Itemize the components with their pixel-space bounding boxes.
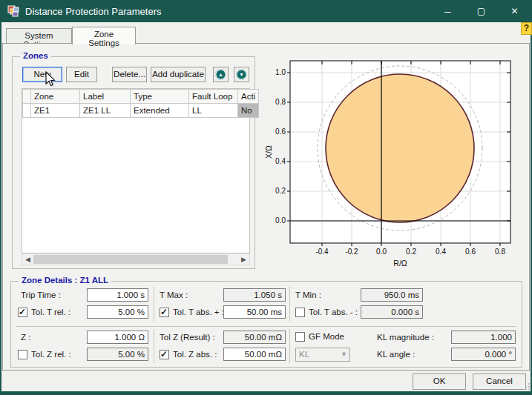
arrow-up-icon: ▲ (215, 69, 226, 80)
trip-time-input[interactable]: 1.000 s (87, 288, 148, 302)
svg-text:X/Ω: X/Ω (264, 145, 273, 159)
z-label: Z : (21, 333, 30, 342)
zones-table[interactable]: ZoneLabelTypeFault LoopActiZE1ZE1 LLExte… (22, 89, 259, 118)
tol-t-abs-plus-checkbox[interactable] (160, 308, 169, 317)
tol-t-abs-minus-field: 0.000 s (361, 305, 423, 319)
trip-time-label: Trip Time : (21, 291, 61, 299)
table-row[interactable]: ZE1ZE1 LLExtendedLLNo (23, 104, 259, 118)
tol-t-rel-checkbox[interactable] (18, 308, 27, 317)
tol-t-abs-plus-label: Tol. T abs. + : (173, 308, 224, 316)
scroll-right-icon[interactable]: ▶ (238, 254, 249, 265)
divider (154, 329, 154, 363)
scrollbar-thumb[interactable] (33, 255, 228, 264)
help-button[interactable]: ? (521, 22, 532, 35)
t-min-field: 950.0 ms (361, 288, 423, 302)
title-bar[interactable]: Distance Protection Parameters – ▢ ✕ (0, 0, 532, 22)
svg-text:0.8: 0.8 (495, 248, 505, 256)
tol-t-rel-input[interactable]: 5.00 % (87, 305, 148, 319)
svg-text:0.6: 0.6 (275, 127, 286, 136)
kl-magnitude-field: 1.000 (451, 331, 516, 344)
move-zone-up-button[interactable]: ▲ (213, 67, 229, 82)
svg-text:0.2: 0.2 (275, 187, 286, 195)
mouse-cursor (45, 71, 56, 87)
window-border-left (0, 22, 1, 395)
t-min-label: T Min : (295, 291, 321, 299)
kl-magnitude-label: KL magnitude : (377, 333, 434, 342)
tol-z-abs-checkbox[interactable] (160, 350, 169, 359)
minimize-button[interactable]: – (431, 0, 464, 22)
tol-t-rel-label: Tol. T rel. : (31, 308, 70, 316)
tab-zone-settings[interactable]: Zone Settings (72, 27, 136, 44)
svg-text:-0.4: -0.4 (315, 248, 329, 256)
svg-text:0.4: 0.4 (436, 248, 446, 256)
svg-text:0.2: 0.2 (406, 248, 416, 256)
gf-mode-label: GF Mode (309, 332, 344, 341)
t-max-label: T Max : (160, 291, 188, 299)
cancel-button[interactable]: Cancel (473, 374, 526, 390)
delete-zone-button[interactable]: Delete... (112, 67, 147, 82)
zone-details-label: Zone Details : Z1 ALL (19, 276, 111, 285)
table-header-row: ZoneLabelTypeFault LoopActi (23, 90, 259, 104)
tol-z-rel-label: Tol. Z rel. : (31, 350, 71, 359)
tol-t-abs-minus-checkbox[interactable] (295, 308, 305, 317)
svg-text:-0.2: -0.2 (345, 248, 358, 256)
tol-z-abs-label: Tol. Z abs. : (173, 350, 217, 359)
divider (16, 326, 516, 327)
svg-text:0.6: 0.6 (465, 248, 476, 256)
kl-select[interactable]: KL ▼ (295, 348, 350, 362)
move-zone-down-button[interactable]: ▼ (234, 67, 249, 82)
add-duplicate-button[interactable]: Add duplicate (151, 67, 206, 82)
svg-text:0.4: 0.4 (275, 157, 286, 165)
impedance-zone-chart: -0.4-0.20.00.20.40.60.80.00.20.40.60.81.… (264, 46, 527, 270)
t-max-field: 1.050 s (223, 288, 286, 302)
tol-z-result-label: Tol Z (Result) : (160, 333, 215, 342)
divider (289, 329, 290, 363)
ok-button[interactable]: OK (413, 374, 466, 390)
scroll-left-icon[interactable]: ◀ (22, 254, 33, 265)
tol-z-abs-input[interactable]: 50.00 mΩ (223, 348, 286, 361)
tol-z-result-field: 50.00 mΩ (223, 331, 286, 344)
arrow-down-icon: ▼ (236, 69, 247, 80)
divider (154, 286, 154, 322)
zones-group-label: Zones (20, 51, 51, 60)
resize-grip[interactable] (523, 383, 530, 390)
svg-text:0.0: 0.0 (376, 248, 387, 256)
gf-mode-checkbox[interactable] (295, 332, 305, 342)
tab-system-settings[interactable]: System Settings (6, 28, 72, 44)
tol-t-abs-minus-label: Tol. T abs. - : (309, 308, 358, 316)
kl-angle-label: KL angle : (377, 350, 415, 359)
chevron-down-icon: ▼ (341, 351, 347, 358)
kl-angle-field: 0.000 ° (451, 348, 516, 361)
app-icon (7, 5, 19, 17)
window-border-bottom (0, 391, 532, 395)
tol-t-abs-plus-input[interactable]: 50.00 ms (223, 305, 286, 319)
svg-text:1.0: 1.0 (275, 68, 286, 76)
edit-zone-button[interactable]: Edit (66, 67, 97, 82)
tol-z-rel-field: 5.00 % (87, 348, 148, 361)
zones-table-hscrollbar[interactable]: ◀ ▶ (22, 253, 250, 265)
svg-text:0.8: 0.8 (275, 98, 286, 106)
zones-table-area: ZoneLabelTypeFault LoopActiZE1ZE1 LLExte… (22, 88, 250, 253)
svg-text:0.0: 0.0 (275, 216, 286, 225)
divider (289, 286, 290, 322)
maximize-button[interactable]: ▢ (464, 0, 498, 22)
tol-z-rel-checkbox[interactable] (18, 350, 27, 359)
z-input[interactable]: 1.000 Ω (87, 331, 148, 344)
window-title: Distance Protection Parameters (25, 6, 162, 17)
svg-text:R/Ω: R/Ω (393, 259, 407, 268)
close-button[interactable]: ✕ (498, 0, 531, 22)
dialog-distance-protection-parameters: Distance Protection Parameters – ▢ ✕ ? S… (0, 0, 532, 395)
